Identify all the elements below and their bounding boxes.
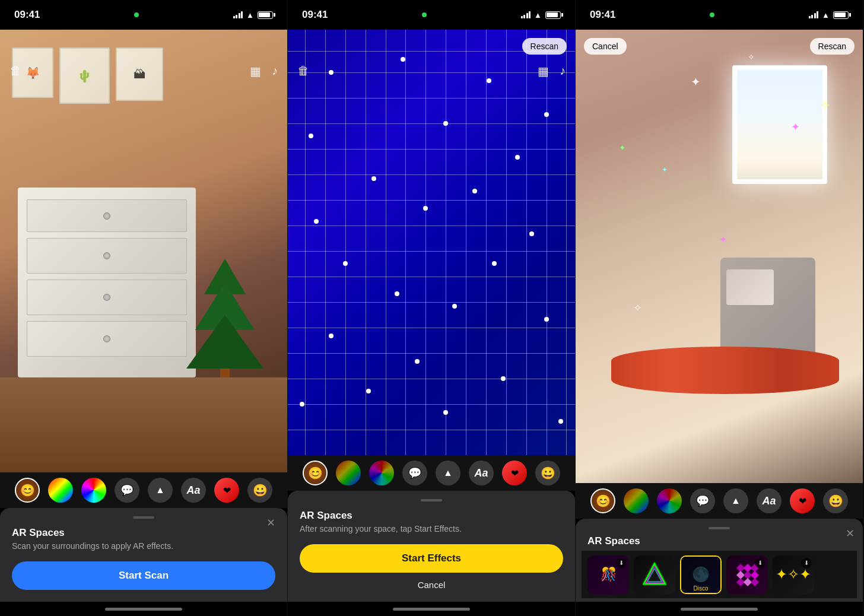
toolbar-3: 😊 💬 ▲ Aa ❤ 😀 [576, 483, 863, 519]
signal-bars-2 [521, 11, 531, 18]
grid-icon-2[interactable]: ▦ [538, 64, 549, 78]
bottom-sheet-2: AR Spaces After scanning your space, tap… [288, 491, 575, 602]
rug-3 [611, 347, 839, 394]
top-actions-2: 🗑 ▦ ♪ [288, 59, 575, 83]
phone-panel-1: 09:41 ▲ 🦊 🌵 🏔 [0, 0, 288, 616]
sticker-tool-1[interactable]: ❤ [214, 478, 239, 503]
sparkle-1: ✦ [691, 75, 701, 89]
text-tool-3[interactable]: Aa [757, 488, 782, 513]
neon-triangle-svg [641, 561, 668, 588]
color-tool-3[interactable] [657, 488, 682, 513]
effect-disco[interactable]: 🌑 Disco [680, 555, 722, 594]
signal-bars-3 [809, 11, 819, 18]
battery-icon-3 [833, 11, 849, 19]
face-tool-3[interactable]: 😊 [590, 488, 615, 513]
shape-tool-3[interactable]: ▲ [723, 488, 748, 513]
close-button-3[interactable]: ✕ [846, 527, 855, 540]
start-scan-button[interactable]: Start Scan [12, 561, 275, 590]
status-time-1: 09:41 [14, 9, 40, 21]
sparkle-8: ✦ [619, 143, 626, 153]
emoji-tool-1[interactable]: 😀 [247, 478, 272, 503]
sheet-handle-3 [709, 527, 730, 529]
camera-view-1: 🦊 🌵 🏔 [0, 30, 287, 472]
bottom-sheet-1: AR Spaces Scan your surroundings to appl… [0, 508, 287, 602]
status-icons-2: ▲ [521, 11, 561, 20]
download-badge-sparkle: ⬇ [801, 558, 812, 569]
status-bar-3: 09:41 ▲ [576, 0, 863, 30]
music-icon-1[interactable]: ♪ [272, 64, 278, 78]
start-effects-button[interactable]: Start Effects [300, 544, 563, 573]
cancel-button-3[interactable]: Cancel [584, 38, 627, 55]
status-dot-1 [134, 12, 139, 17]
music-icon-2[interactable]: ♪ [560, 64, 566, 78]
sparkle-6: ✦ [719, 234, 727, 245]
phone-panel-2: 09:41 ▲ [288, 0, 576, 616]
home-indicator-1 [0, 602, 287, 616]
effect-sparkle[interactable]: ✦✧✦ ⬇ [773, 555, 814, 594]
top-actions-3: Cancel Rescan [576, 30, 863, 39]
ar-overlay [288, 30, 575, 455]
trash-icon-1[interactable]: 🗑 [9, 64, 21, 78]
status-time-2: 09:41 [302, 9, 328, 21]
rescan-button-3[interactable]: Rescan [810, 38, 855, 55]
chat-tool-1[interactable]: 💬 [115, 478, 139, 503]
sparkle-4: ✦ [662, 166, 668, 174]
emoji-tool-2[interactable]: 😀 [535, 461, 560, 485]
floor-1 [0, 377, 287, 472]
ar-scan-scene: Rescan 🗑 ▦ ♪ [288, 30, 575, 455]
status-bar-1: 09:41 ▲ [0, 0, 287, 30]
effect-diamonds[interactable]: ⬇ [726, 555, 768, 594]
face-tool-1[interactable]: 😊 [15, 478, 40, 503]
wifi-icon-1: ▲ [246, 11, 254, 20]
effect-triangle[interactable] [634, 555, 675, 594]
room-3: ✦ ✧ ✦ ✦ ✧ ✦ ✧ ✦ Cancel Rescan [576, 30, 863, 483]
prism-tool-2[interactable] [336, 461, 361, 485]
text-tool-1[interactable]: Aa [181, 478, 206, 503]
emoji-tool-3[interactable]: 😀 [823, 488, 848, 513]
sticker-tool-2[interactable]: ❤ [502, 461, 527, 485]
ar-effects-scene: ✦ ✧ ✦ ✦ ✧ ✦ ✧ ✦ Cancel Rescan [576, 30, 863, 483]
close-button-1[interactable]: ✕ [266, 516, 275, 529]
sheet-subtitle-2: After scanning your space, tap Start Eff… [300, 524, 563, 534]
dresser [18, 188, 196, 377]
shape-tool-2[interactable]: ▲ [436, 461, 460, 485]
disco-label: Disco [681, 585, 720, 592]
top-actions-1: 🗑 ▦ ♪ [0, 59, 287, 83]
home-bar-3 [681, 608, 758, 611]
home-indicator-2 [288, 602, 575, 616]
prism-tool-3[interactable] [624, 488, 649, 513]
face-tool-2[interactable]: 😊 [303, 461, 328, 485]
sheet-title-2: AR Spaces [300, 510, 563, 522]
status-icons-3: ▲ [809, 11, 849, 20]
wifi-icon-2: ▲ [534, 11, 542, 20]
chat-tool-3[interactable]: 💬 [690, 488, 715, 513]
effect-confetti[interactable]: 🎊 ⬇ [587, 555, 629, 594]
christmas-tree [186, 259, 263, 380]
status-time-3: 09:41 [590, 9, 615, 21]
phone-panel-3: 09:41 ▲ ✦ ✧ ✦ ✦ ✧ [576, 0, 863, 616]
chat-tool-2[interactable]: 💬 [402, 461, 427, 485]
text-tool-2[interactable]: Aa [469, 461, 494, 485]
bedroom-scene: 🦊 🌵 🏔 [0, 30, 287, 472]
color-tool-1[interactable] [81, 478, 106, 503]
download-badge-diamonds: ⬇ [755, 558, 765, 569]
status-dot-2 [422, 12, 427, 17]
sheet-title-1: AR Spaces [12, 527, 275, 539]
color-tool-2[interactable] [369, 461, 394, 485]
home-indicator-3 [576, 602, 863, 616]
rescan-button-2[interactable]: Rescan [522, 38, 567, 55]
prism-tool-1[interactable] [48, 478, 73, 503]
battery-icon-2 [545, 11, 561, 19]
grid-icon-1[interactable]: ▦ [250, 64, 261, 78]
shape-tool-1[interactable]: ▲ [148, 478, 173, 503]
sticker-tool-3[interactable]: ❤ [790, 488, 815, 513]
toolbar-1: 😊 💬 ▲ Aa ❤ 😀 [0, 472, 287, 508]
cancel-label-2[interactable]: Cancel [300, 580, 563, 590]
pillow-3 [726, 269, 774, 305]
camera-view-2: Rescan 🗑 ▦ ♪ [288, 30, 575, 455]
home-bar-1 [105, 608, 182, 611]
sheet-handle-2 [421, 499, 442, 501]
bottom-sheet-3: AR Spaces ✕ 🎊 ⬇ [576, 519, 863, 602]
trash-icon-2[interactable]: 🗑 [297, 64, 309, 78]
svg-rect-11 [751, 578, 759, 586]
